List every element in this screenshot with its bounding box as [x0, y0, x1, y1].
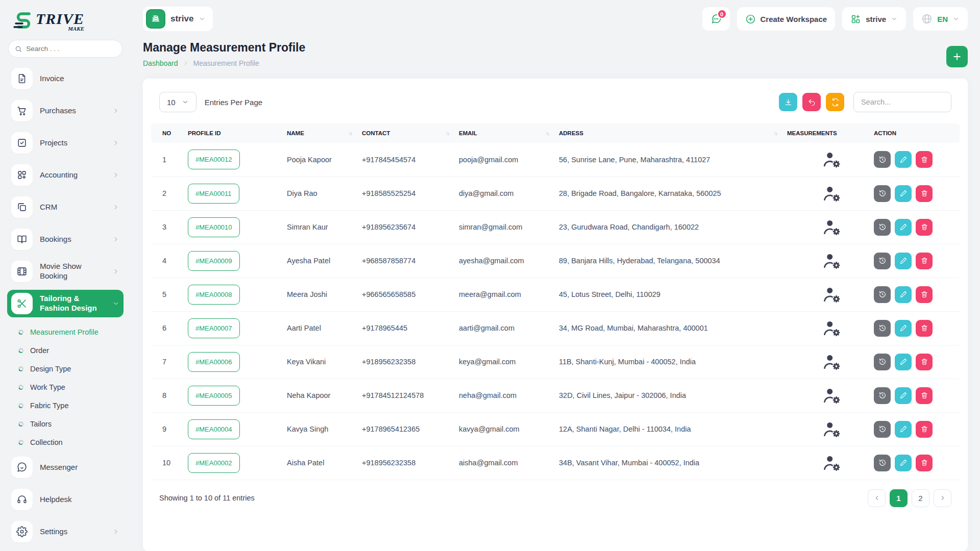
edit-button[interactable] [895, 387, 912, 404]
cell-name: Pooja Kapoor [283, 143, 358, 177]
export-download-button[interactable] [779, 93, 797, 111]
delete-button[interactable] [916, 286, 933, 303]
user-gear-icon[interactable] [798, 453, 866, 473]
user-gear-icon[interactable] [798, 149, 866, 170]
history-button[interactable] [874, 387, 891, 404]
sidebar-sub-item[interactable]: Tailors [7, 415, 124, 433]
bullet-icon [18, 330, 23, 335]
delete-button[interactable] [916, 320, 933, 337]
sidebar-sub-item[interactable]: Fabric Type [7, 396, 124, 415]
sidebar-item[interactable]: Messenger [7, 454, 124, 481]
sidebar-sub-item[interactable]: Design Type [7, 360, 124, 378]
edit-button[interactable] [895, 219, 912, 236]
sort-icon[interactable]: ↑↓ [349, 131, 354, 136]
sidebar-sub-item[interactable]: Work Type [7, 378, 124, 396]
refresh-icon [831, 98, 840, 107]
sidebar-item[interactable]: Invoice [7, 65, 124, 92]
chevron-down-icon [199, 15, 206, 22]
workspace-dropdown[interactable]: strive [842, 7, 906, 31]
table-row: 2 #MEA00011 Diya Rao +918585525254 diya@… [151, 177, 960, 210]
sort-icon[interactable]: ↑↓ [446, 131, 451, 136]
column-header-contact[interactable]: CONTACT↑↓ [358, 123, 455, 143]
column-header-name[interactable]: NAME↑↓ [283, 123, 358, 143]
cell-email: meera@gmail.com [455, 278, 555, 311]
sidebar-search-input[interactable] [26, 45, 116, 53]
edit-button[interactable] [895, 455, 912, 471]
cell-contact: +966565658585 [358, 278, 455, 311]
delete-button[interactable] [916, 421, 933, 438]
history-button[interactable] [874, 151, 891, 168]
edit-button[interactable] [895, 253, 912, 269]
column-header-adress[interactable]: ADRESS↑↓ [555, 123, 783, 143]
user-gear-icon[interactable] [798, 284, 866, 305]
table-search-input[interactable] [853, 92, 951, 112]
pagination-page-button[interactable]: 1 [890, 489, 908, 507]
chat-button[interactable]: 0 [702, 7, 730, 31]
sidebar-item[interactable]: Helpdesk [7, 486, 124, 513]
sidebar-sub-item[interactable]: Collection [7, 433, 124, 452]
history-button[interactable] [874, 455, 891, 471]
sort-icon[interactable]: ↑↓ [546, 131, 551, 136]
user-gear-icon[interactable] [798, 183, 866, 204]
sidebar-item[interactable]: Bookings [7, 226, 124, 253]
delete-button[interactable] [916, 387, 933, 404]
table-row: 9 #MEA00004 Kavya Singh +9178965412365 k… [151, 412, 960, 446]
user-gear-icon[interactable] [798, 251, 866, 271]
breadcrumb-dashboard-link[interactable]: Dashboard [143, 59, 178, 67]
sidebar-item[interactable]: CRM [7, 193, 124, 221]
sidebar-item[interactable]: Purchases [7, 97, 124, 124]
delete-button[interactable] [916, 253, 933, 269]
user-gear-icon[interactable] [798, 217, 866, 238]
user-gear-icon[interactable] [798, 318, 866, 339]
edit-button[interactable] [895, 286, 912, 303]
create-workspace-button[interactable]: Create Workspace [737, 7, 836, 31]
edit-button[interactable] [895, 151, 912, 168]
undo-button[interactable] [802, 93, 821, 111]
delete-button[interactable] [916, 354, 933, 370]
pagination-next-button[interactable] [934, 489, 951, 507]
history-button[interactable] [874, 219, 891, 236]
refresh-button[interactable] [826, 93, 844, 111]
edit-button[interactable] [895, 185, 912, 202]
delete-button[interactable] [916, 219, 933, 236]
history-button[interactable] [874, 354, 891, 370]
logo-s-icon [12, 9, 35, 32]
user-gear-icon[interactable] [798, 385, 866, 406]
cell-name: Diya Rao [283, 177, 358, 210]
edit-button[interactable] [895, 354, 912, 370]
user-gear-icon[interactable] [798, 419, 866, 440]
edit-button[interactable] [895, 421, 912, 438]
sidebar-item[interactable]: Movie Show Booking [7, 258, 124, 285]
delete-button[interactable] [916, 455, 933, 471]
sidebar-item[interactable]: Settings [7, 518, 124, 545]
sidebar-sub-item[interactable]: Measurement Profile [7, 323, 124, 341]
column-header-email[interactable]: EMAIL↑↓ [455, 123, 555, 143]
pagination-prev-button[interactable] [868, 489, 886, 507]
delete-button[interactable] [916, 151, 933, 168]
user-gear-icon[interactable] [798, 352, 866, 372]
cell-email: neha@gmail.com [455, 379, 555, 412]
history-button[interactable] [874, 320, 891, 337]
row-actions [874, 286, 955, 303]
history-button[interactable] [874, 185, 891, 202]
sidebar-item[interactable]: Tailoring & Fashion Design [7, 290, 124, 317]
history-button[interactable] [874, 253, 891, 269]
sidebar-search[interactable] [8, 40, 122, 58]
language-dropdown[interactable]: EN [913, 7, 968, 31]
entries-per-page-select[interactable]: 10 [159, 92, 197, 112]
delete-button[interactable] [916, 185, 933, 202]
add-profile-button[interactable] [946, 46, 968, 67]
edit-button[interactable] [895, 320, 912, 337]
cell-no: 8 [151, 379, 184, 412]
sidebar-sub-item[interactable]: Order [7, 341, 124, 360]
cell-email: pooja@gmail.com [455, 143, 555, 177]
sidebar-item[interactable]: Accounting [7, 161, 124, 189]
sidebar-subnav: Measurement Profile Order Design Type Wo… [7, 322, 124, 454]
sort-icon[interactable]: ↑↓ [774, 131, 779, 136]
pagination-page-button[interactable]: 2 [912, 489, 929, 507]
history-button[interactable] [874, 286, 891, 303]
workspace-selector[interactable]: strive [143, 7, 213, 31]
cell-name: Ayesha Patel [283, 244, 358, 278]
sidebar-item[interactable]: Projects [7, 129, 124, 157]
history-button[interactable] [874, 421, 891, 438]
